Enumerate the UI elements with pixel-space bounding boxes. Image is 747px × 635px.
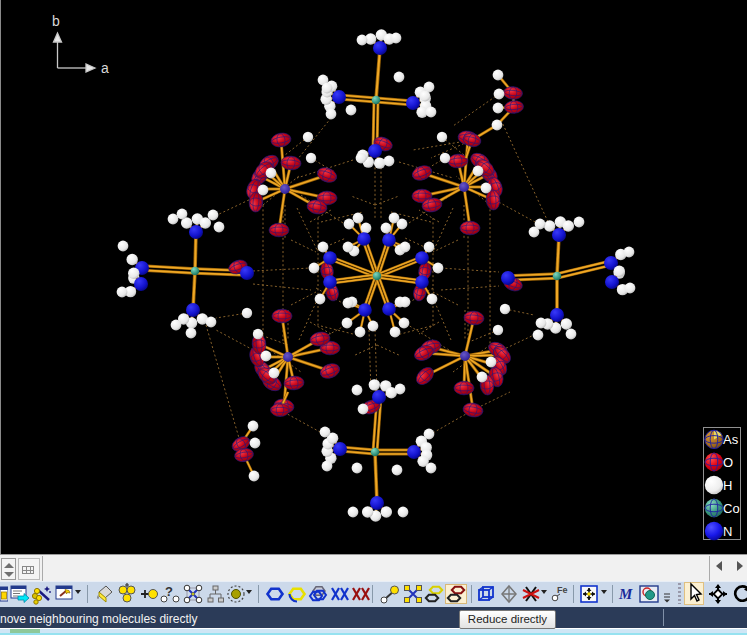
svg-text:M: M [618,586,633,602]
svg-text:O: O [723,455,733,470]
svg-text:Co: Co [723,501,740,516]
svg-text:As: As [723,432,739,447]
svg-text:N: N [723,524,732,539]
svg-text:a: a [101,60,109,76]
svg-text:b: b [52,13,60,29]
svg-text:?: ? [165,584,173,599]
svg-text:Fe: Fe [557,585,568,595]
svg-text:H: H [723,478,732,493]
